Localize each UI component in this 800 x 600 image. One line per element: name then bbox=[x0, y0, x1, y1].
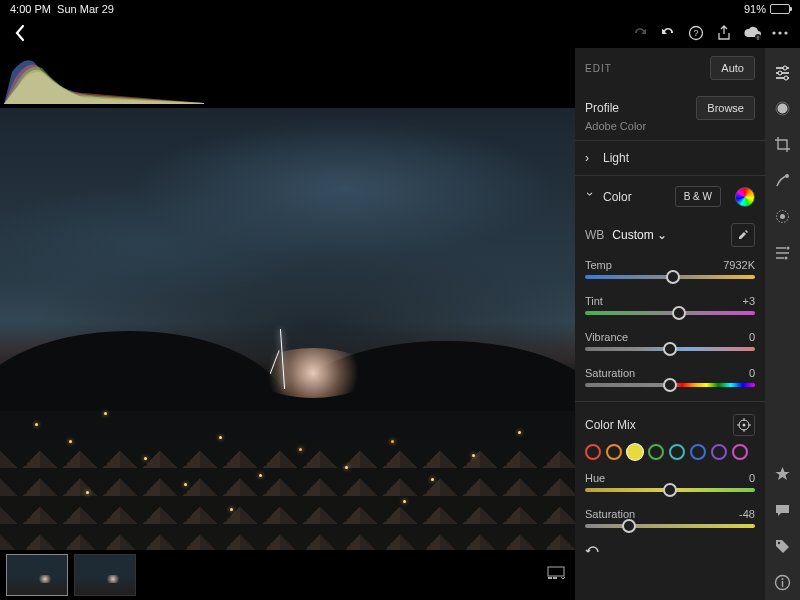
svg-text:!: ! bbox=[757, 35, 759, 41]
target-adjust-button[interactable] bbox=[733, 414, 755, 436]
photo-canvas-area bbox=[0, 48, 575, 600]
help-button[interactable]: ? bbox=[682, 19, 710, 47]
color-label: Color bbox=[603, 190, 632, 204]
color-swatch[interactable] bbox=[732, 444, 748, 460]
status-time: 4:00 PM bbox=[10, 3, 51, 15]
bw-toggle[interactable]: B & W bbox=[675, 186, 721, 207]
info-tool[interactable] bbox=[765, 564, 800, 600]
svg-point-19 bbox=[778, 541, 780, 543]
svg-rect-23 bbox=[548, 567, 564, 576]
svg-point-17 bbox=[787, 246, 790, 249]
color-mix-swatches bbox=[575, 438, 765, 466]
device-status-bar: 4:00 PM Sun Mar 29 91% bbox=[0, 0, 800, 18]
adjust-tool[interactable] bbox=[765, 54, 800, 90]
app-topbar: ? ! bbox=[0, 18, 800, 48]
cloud-sync-button[interactable]: ! bbox=[738, 19, 766, 47]
svg-point-11 bbox=[784, 76, 788, 80]
histogram[interactable] bbox=[0, 48, 575, 108]
slider-knob[interactable] bbox=[666, 270, 680, 284]
healing-tool[interactable] bbox=[765, 162, 800, 198]
svg-point-18 bbox=[785, 256, 788, 259]
color-swatch[interactable] bbox=[606, 444, 622, 460]
radial-tool[interactable] bbox=[765, 198, 800, 234]
svg-rect-25 bbox=[553, 577, 557, 579]
temp-slider[interactable]: Temp7932K bbox=[575, 253, 765, 289]
saturation-slider[interactable]: Saturation0 bbox=[575, 361, 765, 397]
svg-point-4 bbox=[772, 31, 775, 34]
edit-heading: EDIT bbox=[585, 63, 612, 74]
svg-point-21 bbox=[782, 578, 784, 580]
tool-strip bbox=[765, 48, 800, 600]
battery-percent: 91% bbox=[744, 3, 766, 15]
light-label: Light bbox=[603, 151, 629, 165]
slider-knob[interactable] bbox=[622, 519, 636, 533]
svg-point-12 bbox=[778, 103, 788, 113]
svg-point-10 bbox=[778, 71, 782, 75]
back-button[interactable] bbox=[6, 19, 34, 47]
wb-label: WB bbox=[585, 228, 604, 242]
crop-tool[interactable] bbox=[765, 126, 800, 162]
color-swatch[interactable] bbox=[627, 444, 643, 460]
svg-point-16 bbox=[780, 214, 785, 219]
slider-knob[interactable] bbox=[663, 342, 677, 356]
color-swatch[interactable] bbox=[585, 444, 601, 460]
keywords-tool[interactable] bbox=[765, 528, 800, 564]
svg-text:?: ? bbox=[693, 28, 698, 38]
chevron-right-icon: › bbox=[585, 151, 595, 165]
slider-knob[interactable] bbox=[672, 306, 686, 320]
filmstrip[interactable] bbox=[0, 550, 575, 600]
status-date: Sun Mar 29 bbox=[57, 3, 114, 15]
thumbnail[interactable] bbox=[6, 554, 68, 596]
svg-point-5 bbox=[778, 31, 781, 34]
reset-section-button[interactable] bbox=[575, 538, 765, 569]
svg-point-14 bbox=[785, 174, 789, 178]
color-section-toggle[interactable]: › Color B & W bbox=[575, 176, 765, 217]
comments-tool[interactable] bbox=[765, 492, 800, 528]
color-swatch[interactable] bbox=[669, 444, 685, 460]
wb-dropdown[interactable]: Custom ⌄ bbox=[612, 228, 667, 242]
auto-button[interactable]: Auto bbox=[710, 56, 755, 80]
colormix-label: Color Mix bbox=[585, 418, 636, 432]
color-swatch[interactable] bbox=[711, 444, 727, 460]
light-section-toggle[interactable]: › Light bbox=[575, 141, 765, 175]
color-swatch[interactable] bbox=[690, 444, 706, 460]
chevron-down-icon: › bbox=[583, 192, 597, 202]
chevron-down-icon: ⌄ bbox=[657, 228, 667, 242]
edit-panel: EDIT Auto Profile Browse Adobe Color › L… bbox=[575, 48, 765, 600]
slider-knob[interactable] bbox=[663, 483, 677, 497]
redo-button[interactable] bbox=[626, 19, 654, 47]
profile-value: Adobe Color bbox=[575, 120, 765, 140]
svg-point-9 bbox=[783, 66, 787, 70]
tint-slider[interactable]: Tint+3 bbox=[575, 289, 765, 325]
more-button[interactable] bbox=[766, 19, 794, 47]
filmstrip-view-toggle[interactable] bbox=[543, 566, 569, 584]
browse-profile-button[interactable]: Browse bbox=[696, 96, 755, 120]
vibrance-slider[interactable]: Vibrance0 bbox=[575, 325, 765, 361]
hue-slider[interactable]: Hue0 bbox=[575, 466, 765, 502]
presets-tool[interactable] bbox=[765, 90, 800, 126]
rating-tool[interactable] bbox=[765, 456, 800, 492]
svg-point-6 bbox=[784, 31, 787, 34]
undo-button[interactable] bbox=[654, 19, 682, 47]
share-button[interactable] bbox=[710, 19, 738, 47]
svg-rect-22 bbox=[782, 581, 783, 587]
svg-point-8 bbox=[743, 424, 746, 427]
battery-icon bbox=[770, 4, 790, 14]
color-swatch[interactable] bbox=[648, 444, 664, 460]
svg-rect-24 bbox=[548, 577, 552, 579]
wb-eyedropper[interactable] bbox=[731, 223, 755, 247]
mix-saturation-slider[interactable]: Saturation-48 bbox=[575, 502, 765, 538]
color-wheel-icon[interactable] bbox=[735, 187, 755, 207]
thumbnail[interactable] bbox=[74, 554, 136, 596]
profile-label: Profile bbox=[585, 101, 619, 115]
photo-preview[interactable] bbox=[0, 108, 575, 560]
slider-knob[interactable] bbox=[663, 378, 677, 392]
local-tool[interactable] bbox=[765, 234, 800, 270]
